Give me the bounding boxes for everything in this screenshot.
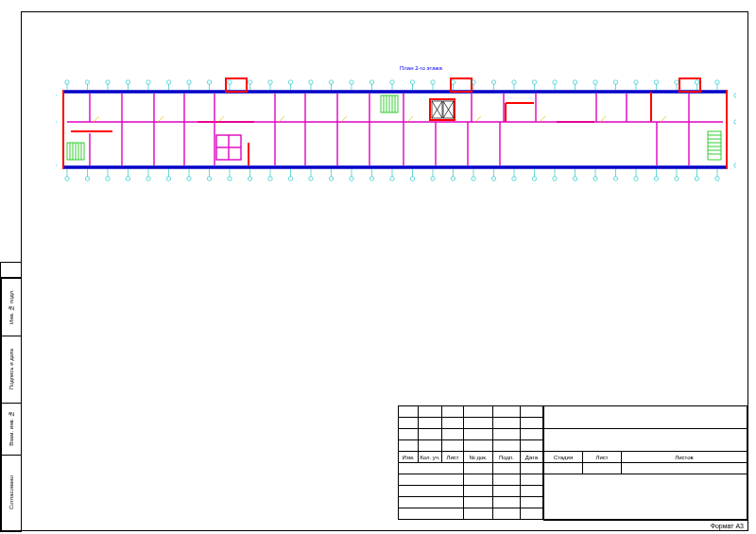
svg-point-127 [329, 80, 333, 84]
rev-header-ndok: № док. [464, 452, 493, 463]
podpis-data-label: Подпись и дата [9, 349, 14, 389]
svg-point-103 [207, 80, 211, 84]
elevator-icon [432, 101, 454, 118]
svg-point-133 [350, 177, 353, 181]
svg-rect-62 [708, 131, 721, 160]
listov-label: Листов [622, 452, 747, 463]
svg-point-141 [390, 177, 394, 181]
svg-point-77 [65, 177, 69, 181]
svg-point-137 [369, 177, 373, 181]
svg-point-185 [613, 177, 617, 181]
svg-point-143 [410, 80, 414, 84]
svg-point-165 [512, 177, 516, 181]
svg-point-171 [553, 80, 557, 84]
svg-point-157 [472, 177, 475, 181]
title-block: Стадия Лист Листов [543, 405, 747, 520]
svg-point-89 [126, 177, 129, 181]
svg-point-211 [734, 120, 736, 124]
svg-point-99 [187, 80, 191, 84]
svg-point-203 [715, 80, 719, 84]
svg-point-145 [410, 177, 414, 181]
rev-header-izm: Изм. [399, 452, 419, 463]
svg-point-199 [695, 80, 698, 84]
svg-point-97 [166, 177, 170, 181]
svg-point-131 [350, 80, 353, 84]
svg-point-161 [491, 177, 495, 181]
title-block-top-rule [543, 405, 747, 406]
soglasovano-label: Согласовано [9, 475, 14, 509]
svg-point-83 [106, 80, 110, 84]
svg-point-167 [532, 80, 536, 84]
list-label: Лист [583, 452, 622, 463]
format-label: Формат А3 [711, 523, 744, 529]
svg-point-139 [390, 80, 394, 84]
svg-point-169 [532, 177, 536, 181]
svg-point-181 [593, 177, 597, 181]
svg-point-187 [634, 80, 638, 84]
svg-point-149 [431, 177, 435, 181]
inv-podl-label: Инв. № подл. [9, 289, 14, 324]
svg-point-91 [146, 80, 150, 84]
rev-header-koluch: Кол. уч. [419, 452, 442, 463]
svg-point-212 [734, 164, 736, 167]
svg-point-179 [593, 80, 597, 84]
svg-point-159 [491, 80, 495, 84]
svg-point-129 [329, 177, 333, 181]
revision-table: Изм. Кол. уч. Лист № док. Подп. Дата [398, 405, 543, 520]
stair-icon [67, 95, 721, 160]
stadia-label: Стадия [544, 452, 583, 463]
rev-header-data: Дата [521, 452, 543, 463]
drawing-frame: План 2-го этажа [21, 11, 748, 531]
svg-point-175 [573, 80, 576, 84]
svg-point-87 [126, 80, 129, 84]
svg-point-75 [65, 80, 69, 84]
svg-point-153 [451, 177, 455, 181]
svg-point-101 [187, 177, 191, 181]
svg-point-135 [369, 80, 373, 84]
svg-point-85 [106, 177, 110, 181]
format-rule [543, 520, 747, 521]
svg-point-197 [675, 177, 679, 181]
svg-point-189 [634, 177, 638, 181]
plan-title: План 2-го этажа [400, 65, 442, 71]
svg-point-117 [268, 177, 272, 181]
svg-point-115 [268, 80, 272, 84]
svg-point-205 [715, 177, 719, 181]
svg-point-113 [248, 177, 251, 181]
svg-point-109 [228, 177, 232, 181]
svg-point-163 [512, 80, 516, 84]
svg-point-107 [228, 80, 232, 84]
rev-header-list: Лист [442, 452, 464, 463]
svg-point-193 [654, 177, 658, 181]
floor-plan [56, 75, 736, 188]
svg-point-111 [248, 80, 251, 84]
vzam-inv-label: Взам. инв. № [9, 411, 14, 446]
svg-point-105 [207, 177, 211, 181]
svg-point-195 [675, 80, 679, 84]
svg-point-173 [553, 177, 557, 181]
rev-header-podp: Подп. [493, 452, 521, 463]
svg-point-93 [146, 177, 150, 181]
binding-stamp-box [0, 262, 22, 278]
svg-point-79 [85, 80, 89, 84]
svg-point-81 [85, 177, 89, 181]
svg-point-123 [309, 80, 313, 84]
svg-point-183 [613, 80, 617, 84]
svg-point-191 [654, 80, 658, 84]
svg-point-147 [431, 80, 435, 84]
svg-point-201 [695, 177, 698, 181]
binding-stamp: Инв. № подл. Подпись и дата Взам. инв. №… [0, 277, 22, 532]
svg-point-95 [166, 80, 170, 84]
svg-point-121 [288, 177, 292, 181]
svg-point-177 [573, 177, 576, 181]
svg-point-119 [288, 80, 292, 84]
svg-point-210 [734, 94, 736, 97]
svg-point-125 [309, 177, 313, 181]
